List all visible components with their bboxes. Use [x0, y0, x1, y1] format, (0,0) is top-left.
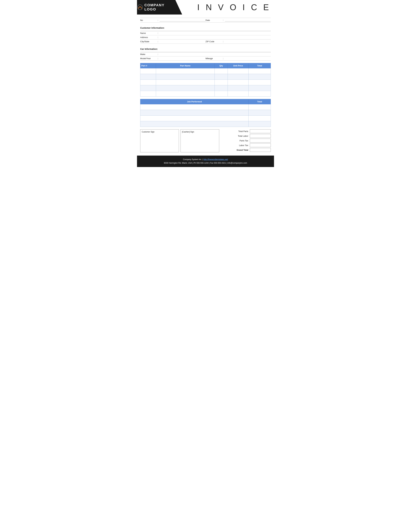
- footer-link[interactable]: http://freewordtemplates.net/: [204, 158, 228, 161]
- car-make-colon: :: [158, 53, 158, 56]
- table-row: [140, 91, 271, 96]
- parts-col-name: Part Name: [156, 63, 215, 68]
- no-field: No :: [140, 19, 206, 21]
- part-name-cell[interactable]: [156, 91, 215, 96]
- part-total-cell[interactable]: [249, 91, 271, 96]
- customer-address-label: Address: [140, 36, 156, 38]
- part-unit-cell[interactable]: [228, 91, 249, 96]
- part-num-cell[interactable]: [140, 85, 156, 91]
- table-row: [140, 121, 271, 127]
- city-zip-row: City/State : ZIP Code :: [140, 40, 271, 43]
- job-col-total: Total: [249, 99, 271, 104]
- part-unit-cell[interactable]: [228, 74, 249, 80]
- cashier-sign-box[interactable]: [Cashier] Sign: [180, 129, 219, 152]
- customer-section-title: Customer Information:: [140, 25, 165, 30]
- parts-tax-value[interactable]: [250, 139, 271, 142]
- table-row: [140, 116, 271, 121]
- parts-col-unit: Unit Price: [228, 63, 249, 68]
- part-num-cell[interactable]: [140, 68, 156, 74]
- customer-address-colon: :: [158, 36, 158, 38]
- date-label: Date: [206, 19, 222, 21]
- model-mileage-row: Model/Year : Mileage :: [140, 57, 271, 60]
- mileage-label: Mileage: [206, 57, 222, 60]
- job-desc-cell[interactable]: [140, 104, 249, 110]
- customer-address-row: Address :: [140, 35, 271, 39]
- grand-total-value[interactable]: [250, 148, 271, 152]
- part-total-cell[interactable]: [249, 80, 271, 85]
- part-name-cell[interactable]: [156, 80, 215, 85]
- date-value[interactable]: [225, 19, 271, 21]
- job-desc-cell[interactable]: [140, 110, 249, 116]
- company-logo-section: COMPANY LOGO: [137, 0, 182, 15]
- footer-line1: Company System Inc. | http://freewordtem…: [139, 158, 272, 161]
- no-label: No: [140, 19, 156, 21]
- no-value[interactable]: [159, 19, 206, 21]
- part-qty-cell[interactable]: [215, 91, 228, 96]
- total-labor-row: Total Labor: [223, 134, 271, 138]
- total-parts-label: Total Parts: [223, 130, 250, 133]
- total-parts-value[interactable]: [250, 129, 271, 133]
- job-desc-cell[interactable]: [140, 116, 249, 121]
- part-unit-cell[interactable]: [228, 85, 249, 91]
- model-colon: :: [158, 57, 158, 60]
- model-label: Model/Year: [140, 57, 156, 60]
- table-row: [140, 110, 271, 116]
- job-total-cell[interactable]: [249, 104, 271, 110]
- part-total-cell[interactable]: [249, 74, 271, 80]
- labor-tax-label: Labor Tax: [223, 144, 250, 147]
- part-qty-cell[interactable]: [215, 80, 228, 85]
- job-total-cell[interactable]: [249, 116, 271, 121]
- table-row: [140, 85, 271, 91]
- total-labor-label: Total Labor: [223, 135, 250, 137]
- labor-tax-row: Labor Tax: [223, 143, 271, 147]
- date-field: Date :: [206, 19, 271, 21]
- company-logo: COMPANY LOGO: [137, 3, 177, 11]
- date-colon: :: [223, 19, 224, 21]
- customer-sign-box[interactable]: Customer Sign: [140, 129, 179, 152]
- car-model-row: Model/Year : Mileage :: [140, 57, 271, 61]
- part-total-cell[interactable]: [249, 85, 271, 91]
- part-name-cell[interactable]: [156, 85, 215, 91]
- job-total-cell[interactable]: [249, 121, 271, 127]
- job-total-cell[interactable]: [249, 110, 271, 116]
- parts-col-qty: Qty: [215, 63, 228, 68]
- part-num-cell[interactable]: [140, 80, 156, 85]
- mileage-field: Mileage :: [206, 57, 271, 60]
- city-field: City/State :: [140, 40, 206, 43]
- part-unit-cell[interactable]: [228, 80, 249, 85]
- logo-icon: [137, 4, 143, 10]
- page-header: COMPANY LOGO I N V O I C E: [137, 0, 274, 15]
- cashier-sign-label: [Cashier] Sign: [182, 131, 194, 133]
- part-num-cell[interactable]: [140, 74, 156, 80]
- invoice-meta: No : Date :: [137, 18, 274, 23]
- customer-city-row: City/State : ZIP Code :: [140, 39, 271, 44]
- signatures-section: Customer Sign [Cashier] Sign: [140, 129, 219, 152]
- grand-total-label: Grand Total: [223, 149, 250, 151]
- customer-name-colon: :: [158, 32, 158, 34]
- job-table-header: Job Performed Total: [140, 99, 271, 104]
- part-qty-cell[interactable]: [215, 74, 228, 80]
- part-name-cell[interactable]: [156, 68, 215, 74]
- total-labor-value[interactable]: [250, 134, 271, 138]
- parts-col-total: Total: [249, 63, 271, 68]
- part-unit-cell[interactable]: [228, 68, 249, 74]
- part-name-cell[interactable]: [156, 74, 215, 80]
- labor-tax-value[interactable]: [250, 143, 271, 147]
- parts-col-part: Part #: [140, 63, 156, 68]
- parts-table: Part # Part Name Qty Unit Price Total: [140, 63, 271, 96]
- car-section-title: Car Information:: [140, 46, 158, 51]
- totals-section: Total Parts Total Labor Parts Tax Labor …: [223, 129, 271, 152]
- no-colon: :: [158, 19, 158, 21]
- part-num-cell[interactable]: [140, 91, 156, 96]
- city-colon: :: [158, 40, 158, 43]
- invoice-title-section: I N V O I C E: [182, 0, 274, 15]
- footer-line2: 8030 Harrington Rd, Miami, USA | Ph 555-…: [139, 161, 272, 165]
- total-parts-row: Total Parts: [223, 129, 271, 133]
- part-qty-cell[interactable]: [215, 68, 228, 74]
- job-desc-cell[interactable]: [140, 121, 249, 127]
- table-row: [140, 68, 271, 74]
- car-make-row: Make :: [140, 52, 271, 57]
- part-total-cell[interactable]: [249, 68, 271, 74]
- part-qty-cell[interactable]: [215, 85, 228, 91]
- parts-tax-row: Parts Tax: [223, 139, 271, 142]
